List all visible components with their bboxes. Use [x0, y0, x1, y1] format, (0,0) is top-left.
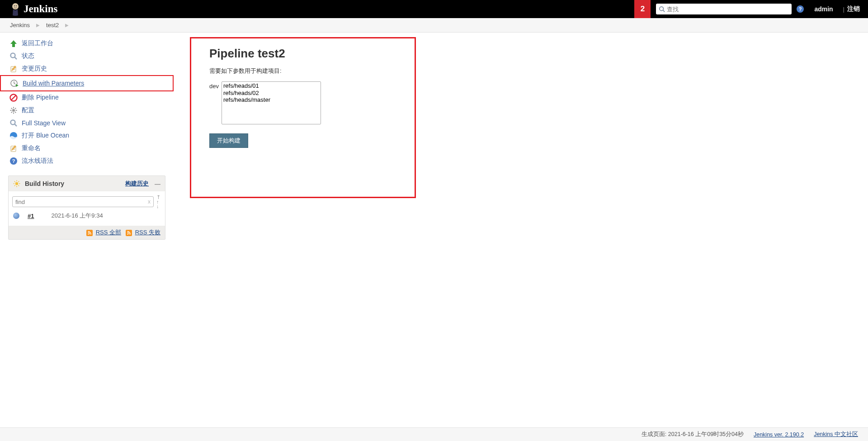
- build-history-find-box[interactable]: x: [12, 196, 154, 207]
- build-history-footer: RSS 全部 RSS 失败: [9, 226, 165, 239]
- page-title: Pipeline test2: [209, 47, 404, 61]
- svg-point-32: [15, 182, 18, 185]
- sidebar-item-label[interactable]: 返回工作台: [22, 39, 53, 47]
- help-icon[interactable]: ?: [796, 5, 804, 13]
- sidebar-item-blue-ocean[interactable]: 打开 Blue Ocean: [0, 129, 174, 142]
- arrow-down-icon[interactable]: ↓: [156, 204, 160, 209]
- svg-line-40: [18, 181, 19, 182]
- sidebar-item-status[interactable]: 状态: [0, 50, 174, 62]
- svg-point-24: [11, 120, 15, 125]
- build-history-find-input[interactable]: [15, 199, 148, 205]
- clear-icon[interactable]: x: [148, 199, 151, 205]
- sidebar-item-build-with-parameters[interactable]: Build with Parameters: [1, 77, 173, 90]
- parameter-label: dev: [209, 81, 219, 90]
- up-arrow-icon: [9, 39, 18, 48]
- svg-line-23: [15, 108, 16, 109]
- help-icon: ?: [9, 156, 18, 166]
- breadcrumb-item[interactable]: Jenkins: [10, 22, 30, 28]
- sun-icon: [13, 180, 20, 187]
- rss-fail-link[interactable]: RSS 失败: [135, 229, 160, 236]
- svg-point-42: [127, 233, 128, 234]
- header-logout-link[interactable]: 注销: [847, 5, 860, 13]
- build-history-widget: Build History 构建历史 — x ⤒ ↑ ↓: [8, 175, 165, 240]
- sidebar-item-label[interactable]: 变更历史: [22, 65, 47, 73]
- sidebar-item-label[interactable]: Full Stage View: [22, 119, 66, 127]
- highlight-annotation-main: Pipeline test2 需要如下参数用于构建项目: dev refs/he…: [190, 37, 416, 198]
- rss-all-link[interactable]: RSS 全部: [96, 229, 121, 236]
- notification-badge[interactable]: 2: [634, 0, 651, 18]
- gear-icon: [9, 106, 18, 115]
- logo-link[interactable]: Jenkins: [10, 2, 57, 16]
- svg-line-37: [14, 181, 15, 182]
- parameter-option[interactable]: refs/heads/01: [222, 82, 320, 90]
- jenkins-logo-icon: [10, 2, 21, 16]
- svg-point-41: [88, 233, 89, 234]
- svg-line-39: [14, 185, 15, 186]
- svg-line-22: [11, 112, 12, 113]
- svg-line-14: [12, 96, 16, 100]
- sidebar-item-label[interactable]: Build with Parameters: [23, 80, 84, 87]
- search-icon: [9, 119, 18, 128]
- logo-text: Jenkins: [24, 3, 57, 15]
- header-user-link[interactable]: admin: [814, 5, 833, 13]
- sidebar-item-rename[interactable]: 重命名: [0, 142, 174, 155]
- build-history-title: Build History: [25, 180, 64, 187]
- params-description: 需要如下参数用于构建项目:: [209, 67, 404, 75]
- search-icon: [659, 6, 665, 12]
- side-panel: 返回工作台 状态 变更历史 Build with Parameters: [0, 33, 174, 240]
- sidebar-item-full-stage-view[interactable]: Full Stage View: [0, 117, 174, 129]
- build-time: 2021-6-16 上午9:34: [51, 212, 103, 220]
- rss-icon: [86, 230, 93, 236]
- notepad-icon: [9, 144, 18, 153]
- build-number-link[interactable]: #1: [28, 213, 34, 219]
- highlight-annotation: Build with Parameters: [0, 75, 174, 91]
- build-history-header: Build History 构建历史 —: [9, 176, 165, 191]
- breadcrumb-bar: Jenkins ▶ test2 ▶: [0, 18, 868, 33]
- search-box[interactable]: [656, 4, 792, 14]
- sidebar-item-label[interactable]: 流水线语法: [22, 157, 53, 165]
- svg-text:?: ?: [12, 158, 15, 164]
- svg-point-3: [660, 7, 664, 11]
- svg-line-8: [15, 57, 17, 60]
- breadcrumb-item[interactable]: test2: [46, 22, 59, 28]
- search-icon: [9, 52, 18, 61]
- svg-line-4: [663, 10, 665, 12]
- svg-point-1: [14, 5, 15, 6]
- build-history-trend-link[interactable]: 构建历史: [125, 180, 149, 188]
- blue-ocean-icon: [9, 131, 18, 140]
- sidebar-item-back-to-dashboard[interactable]: 返回工作台: [0, 37, 174, 50]
- sidebar-item-label[interactable]: 打开 Blue Ocean: [22, 132, 69, 140]
- svg-line-25: [15, 124, 17, 127]
- notepad-icon: [9, 64, 18, 73]
- delete-icon: [9, 93, 18, 102]
- collapse-icon[interactable]: —: [155, 180, 160, 187]
- svg-point-15: [12, 109, 15, 112]
- main-panel: Pipeline test2 需要如下参数用于构建项目: dev refs/he…: [174, 33, 868, 240]
- svg-line-38: [18, 185, 19, 186]
- breadcrumb-sep-icon: ▶: [65, 23, 69, 28]
- svg-line-20: [11, 108, 12, 109]
- sidebar-item-configure[interactable]: 配置: [0, 104, 174, 117]
- parameter-row: dev refs/heads/01 refs/heads/02 refs/hea…: [209, 81, 404, 124]
- build-history-item[interactable]: #1 2021-6-16 上午9:34: [12, 209, 161, 223]
- svg-line-21: [15, 112, 16, 113]
- build-button[interactable]: 开始构建: [209, 133, 248, 148]
- build-status-ball-icon: [13, 213, 19, 219]
- sidebar-item-changes[interactable]: 变更历史: [0, 62, 174, 75]
- svg-point-0: [12, 3, 19, 9]
- clock-play-icon: [10, 79, 19, 88]
- sidebar-item-pipeline-syntax[interactable]: ? 流水线语法: [0, 155, 174, 167]
- parameter-option[interactable]: refs/heads/master: [222, 96, 320, 104]
- parameter-select[interactable]: refs/heads/01 refs/heads/02 refs/heads/m…: [222, 81, 321, 124]
- sidebar-item-label[interactable]: 状态: [22, 52, 34, 60]
- breadcrumb-sep-icon: ▶: [36, 23, 40, 28]
- rss-icon: [126, 230, 132, 236]
- svg-point-7: [11, 53, 15, 58]
- sidebar-item-label[interactable]: 删除 Pipeline: [22, 94, 59, 102]
- header-separator: |: [843, 6, 844, 13]
- sidebar-item-delete-pipeline[interactable]: 删除 Pipeline: [0, 91, 174, 104]
- sidebar-item-label[interactable]: 配置: [22, 106, 34, 114]
- sidebar-item-label[interactable]: 重命名: [22, 144, 41, 152]
- search-input[interactable]: [667, 6, 789, 13]
- parameter-option[interactable]: refs/heads/02: [222, 90, 320, 97]
